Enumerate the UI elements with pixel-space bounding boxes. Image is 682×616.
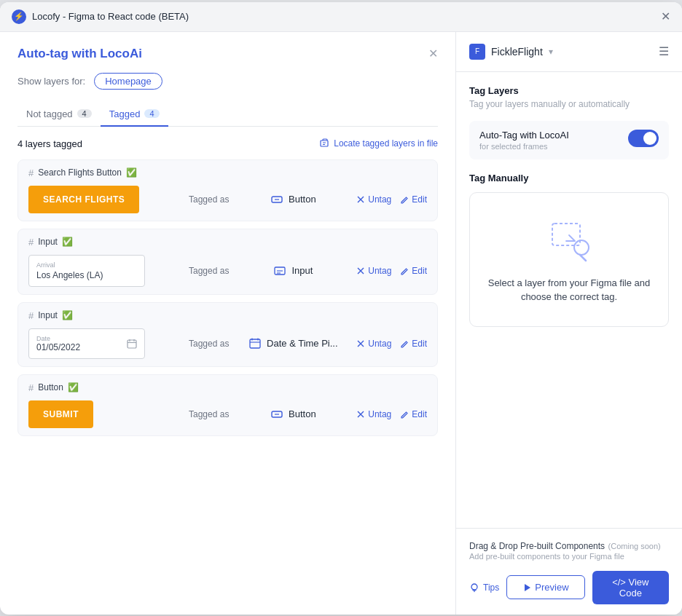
locate-link[interactable]: Locate tagged layers in file: [320, 138, 438, 149]
tag-layers-title: Tag Layers: [469, 85, 669, 96]
layer-3-check: ✅: [62, 310, 73, 320]
frame-selector[interactable]: Homepage: [94, 73, 162, 90]
date-label: Date: [36, 335, 80, 342]
window-close-button[interactable]: ✕: [661, 11, 670, 23]
panel-title-brand: LocoAi: [100, 47, 142, 60]
tab-not-tagged-count: 4: [77, 109, 92, 118]
svg-marker-19: [525, 584, 530, 591]
auto-tag-toggle[interactable]: [628, 130, 659, 147]
svg-point-18: [471, 584, 477, 590]
window-title: Locofy - Figma to React code (BETA): [32, 11, 189, 22]
project-name: FickleFlight: [491, 46, 543, 58]
select-layer-icon: [544, 215, 595, 266]
tab-tagged[interactable]: Tagged 4: [101, 103, 168, 127]
layer-card-1-body: SEARCH FLIGHTS Tagged as Button: [28, 186, 427, 213]
untag-icon-3: [356, 339, 365, 348]
tips-label: Tips: [483, 583, 499, 593]
right-panel-body: Tag Layers Tag your layers manually or a…: [456, 72, 682, 528]
untag-icon-4: [356, 410, 365, 419]
layer-1-untag-button[interactable]: Untag: [356, 194, 391, 205]
preview-button[interactable]: Preview: [506, 575, 584, 599]
layer-3-name: Input: [38, 310, 58, 320]
layer-2-tagged-as-label: Tagged as: [189, 266, 229, 276]
auto-tag-row: Auto-Tag with LocoAI for selected frames: [469, 121, 669, 159]
layer-2-check: ✅: [62, 237, 73, 247]
date-input-content: Date 01/05/2022: [36, 335, 80, 352]
date-input-preview: Date 01/05/2022: [28, 328, 145, 359]
layer-4-untag-button[interactable]: Untag: [356, 409, 391, 419]
layer-3-tagged-as-label: Tagged as: [189, 339, 229, 349]
layer-card-4-body: SUBMIT Tagged as Button: [28, 400, 427, 428]
titlebar: ⚡ Locofy - Figma to React code (BETA) ✕: [0, 2, 682, 32]
layer-card-input-date: # Input ✅ Date 01/05/2022: [17, 302, 438, 367]
panel-header: Auto-tag with LocoAi ✕: [17, 47, 438, 61]
panel-close-button[interactable]: ✕: [428, 47, 438, 60]
menu-icon[interactable]: ☰: [659, 44, 669, 58]
project-icon: F: [469, 44, 485, 60]
svg-rect-11: [250, 339, 260, 348]
view-code-button[interactable]: </> View Code: [592, 571, 669, 604]
layer-3-edit-button[interactable]: Edit: [400, 339, 427, 349]
layer-2-untag-button[interactable]: Untag: [356, 266, 391, 276]
layer-3-untag-label: Untag: [368, 339, 391, 349]
calendar-icon: [127, 339, 137, 349]
layer-4-tag-type: Button: [270, 407, 316, 422]
layers-count: 4 layers tagged: [17, 138, 82, 149]
layer-1-edit-button[interactable]: Edit: [400, 194, 427, 205]
layer-3-untag-button[interactable]: Untag: [356, 339, 391, 349]
project-selector[interactable]: F FickleFlight ▾: [469, 44, 553, 60]
layer-2-preview: Arrival Los Angeles (LA): [28, 255, 174, 287]
tab-not-tagged-label: Not tagged: [26, 108, 73, 119]
layer-1-edit-label: Edit: [412, 194, 427, 205]
layer-1-preview: SEARCH FLIGHTS: [28, 186, 174, 213]
datetime-icon-3: [248, 336, 262, 351]
layer-4-type-label: Button: [289, 408, 316, 419]
footer-actions: Tips Preview </> View Code: [469, 571, 669, 604]
main-content: Auto-tag with LocoAi ✕ Show layers for: …: [0, 32, 682, 615]
layer-4-actions: Untag Edit: [356, 409, 427, 419]
layer-card-2-header: # Input ✅: [28, 237, 427, 248]
app-window: ⚡ Locofy - Figma to React code (BETA) ✕ …: [0, 2, 682, 615]
layer-4-name: Button: [38, 382, 63, 392]
layers-info-row: 4 layers tagged Locate tagged layers in …: [17, 138, 438, 149]
tips-button[interactable]: Tips: [469, 583, 499, 593]
layer-card-2-body: Arrival Los Angeles (LA) Tagged as: [28, 255, 427, 287]
layer-card-search-flights: # Search Flights Button ✅ SEARCH FLIGHTS…: [17, 159, 438, 221]
layer-2-edit-button[interactable]: Edit: [400, 266, 427, 276]
svg-point-17: [574, 240, 589, 255]
layer-card-3-header: # Input ✅: [28, 310, 427, 321]
select-layer-box: Select a layer from your Figma file and …: [469, 192, 669, 327]
layer-1-hash: #: [28, 167, 34, 178]
layer-2-actions: Untag Edit: [356, 266, 427, 276]
layer-2-hash: #: [28, 237, 34, 248]
layer-card-1-header: # Search Flights Button ✅: [28, 167, 427, 178]
locate-link-label: Locate tagged layers in file: [334, 138, 438, 149]
layer-card-submit-button: # Button ✅ SUBMIT Tagged as: [17, 374, 438, 436]
arrival-label: Arrival: [36, 261, 137, 269]
drag-drop-title: Drag & Drop Pre-built Components: [469, 541, 605, 551]
tab-not-tagged[interactable]: Not tagged 4: [17, 103, 101, 127]
layer-2-name: Input: [38, 237, 58, 247]
layer-4-preview: SUBMIT: [28, 400, 174, 428]
lightbulb-icon: [469, 583, 479, 593]
panel-title-prefix: Auto-tag with: [17, 47, 100, 60]
show-layers-label: Show layers for:: [17, 76, 85, 87]
layer-1-name: Search Flights Button: [38, 167, 122, 178]
layer-4-tagged-as-label: Tagged as: [189, 409, 229, 419]
layer-3-preview: Date 01/05/2022: [28, 328, 174, 359]
layer-1-tagged-as-label: Tagged as: [189, 194, 229, 205]
tag-layers-desc: Tag your layers manually or automaticall…: [469, 99, 669, 109]
show-layers-row: Show layers for: Homepage: [17, 73, 438, 90]
layer-3-edit-label: Edit: [412, 339, 427, 349]
tag-manually-title: Tag Manually: [469, 173, 669, 183]
layer-2-tagged-as: Tagged as Input: [174, 264, 427, 278]
layer-4-edit-button[interactable]: Edit: [400, 409, 427, 419]
view-code-label: </> View Code: [603, 577, 659, 599]
chevron-down-icon: ▾: [549, 47, 553, 57]
button-icon-1: [270, 192, 284, 207]
layer-2-tag-type: Input: [273, 264, 313, 278]
edit-icon-2: [400, 266, 409, 275]
tab-tagged-count: 4: [144, 109, 159, 118]
panel-title: Auto-tag with LocoAi: [17, 47, 142, 61]
drag-drop-desc: Add pre-built components to your Figma f…: [469, 552, 669, 561]
